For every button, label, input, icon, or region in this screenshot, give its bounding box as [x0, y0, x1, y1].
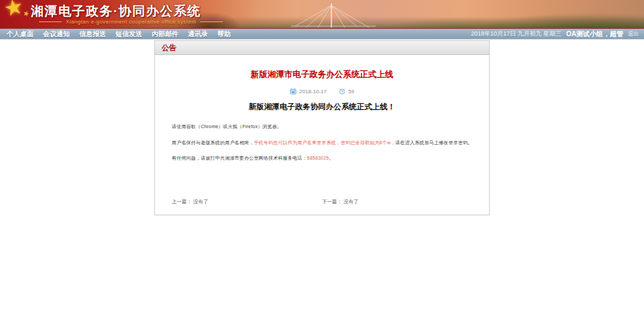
datetime-text: 2018年10月17日 九月初九 星期三 — [471, 30, 561, 38]
prev-article-value: 没有了 — [193, 199, 209, 205]
paragraph-browser: 请使用谷歌（Chrome）或火狐（Firefox）浏览器。 — [172, 123, 472, 131]
announcement-title: 新版湘潭市电子政务办公系统正式上线 — [172, 69, 472, 80]
paragraph-username: 用户名保持与老版系统的用户名相同，手机号码也可以作为用户名来登录系统，密码已全部… — [172, 140, 472, 147]
nav-item-personal-desktop[interactable]: 个人桌面 — [7, 30, 34, 39]
paragraph-username-highlight: 手机号码也可以作为用户名来登录系统，密码已全部初始为6个w， — [254, 140, 395, 145]
nav-item-info-report[interactable]: 信息报送 — [79, 30, 106, 39]
announcement-panel: 公告 新版湘潭市电子政务办公系统正式上线 2018-10-17 59 新 — [154, 40, 490, 215]
announcement-date: 2018-10-17 — [299, 89, 327, 95]
announcement-views: 59 — [348, 89, 354, 95]
nav-item-internal-mail[interactable]: 内部邮件 — [152, 30, 178, 39]
nav-item-sms-send[interactable]: 短信发送 — [115, 30, 142, 39]
main-nav: 个人桌面 会议通知 信息报送 短信发送 内部邮件 通讯录 帮助 2018年10月… — [0, 29, 644, 40]
next-article: 下一篇： 没有了 — [322, 199, 472, 205]
nav-item-contacts[interactable]: 通讯录 — [188, 30, 208, 39]
nav-user-area: 2018年10月17日 九月初九 星期三 OA测试小组，超管 退出 — [471, 30, 644, 39]
nav-item-help[interactable]: 帮助 — [217, 30, 231, 39]
subtitle-line-right — [200, 21, 223, 22]
bridge-illustration — [290, 1, 377, 28]
announcement-body: 新版湘潭市电子政务办公系统正式上线 2018-10-17 59 新版湘潭电子政务… — [155, 55, 489, 215]
paragraph-support: 有任何问题，请拨打中共湘潭市委办公室网络技术科服务电话：58583025。 — [172, 155, 472, 162]
nav-menu: 个人桌面 会议通知 信息报送 短信发送 内部邮件 通讯录 帮助 — [0, 30, 240, 39]
paragraph-username-part2: 请在进入系统后马上修改登录密码。 — [395, 140, 472, 145]
nav-item-meeting-notice[interactable]: 会议通知 — [43, 30, 70, 39]
site-subtitle-en: Xiangtan e-government cooperative office… — [39, 19, 223, 25]
prev-article-label: 上一篇： — [172, 199, 192, 205]
views-icon — [339, 88, 345, 95]
paragraph-support-part1: 有任何问题，请拨打中共湘潭市委办公室网络技术科服务电话： — [172, 156, 307, 160]
announcement-meta: 2018-10-17 59 — [172, 88, 472, 95]
panel-header: 公告 — [155, 41, 489, 55]
next-article-value: 没有了 — [343, 199, 359, 205]
header-banner: ★ ★ 湘潭电子政务·协同办公系统 Xiangtan e-government … — [0, 0, 644, 29]
paragraph-browser-text: 请使用谷歌（Chrome）或火狐（Firefox）浏览器。 — [172, 124, 282, 129]
star-icon: ★ — [1, 0, 25, 22]
subtitle-line-left — [39, 21, 62, 22]
current-user: OA测试小组，超管 — [566, 30, 623, 39]
prev-article: 上一篇： 没有了 — [172, 199, 322, 205]
panel-title: 公告 — [162, 43, 176, 53]
logout-link[interactable]: 退出 — [628, 30, 639, 38]
calendar-icon — [290, 88, 297, 95]
site-subtitle-text: Xiangtan e-government cooperative office… — [66, 19, 196, 25]
paragraph-support-part2: 。 — [329, 156, 333, 160]
announcement-subtitle: 新版湘潭电子政务协同办公系统正式上线！ — [172, 102, 472, 112]
support-phone-number: 58583025 — [307, 156, 329, 160]
article-pager: 上一篇： 没有了 下一篇： 没有了 — [172, 199, 472, 205]
star-small-icon: ★ — [21, 9, 30, 19]
site-title: 湘潭电子政务·协同办公系统 — [31, 3, 201, 20]
next-article-label: 下一篇： — [322, 199, 342, 205]
paragraph-username-part1: 用户名保持与老版系统的用户名相同， — [172, 140, 254, 145]
